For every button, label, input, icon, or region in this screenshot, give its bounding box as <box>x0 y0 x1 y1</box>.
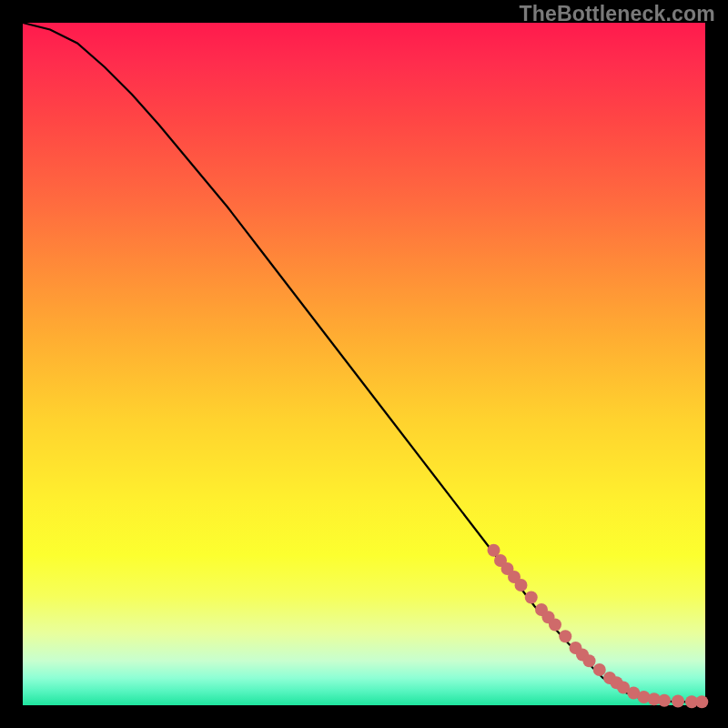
chart-line <box>23 23 705 702</box>
chart-marker <box>593 663 606 676</box>
chart-marker <box>515 579 528 592</box>
chart-markers <box>488 544 709 709</box>
chart-svg <box>23 23 705 705</box>
chart-marker <box>695 695 708 708</box>
chart-marker <box>672 695 684 708</box>
chart-marker <box>549 619 561 632</box>
chart-stage: TheBottleneck.com <box>0 0 728 728</box>
chart-plot-area <box>23 23 705 705</box>
chart-marker <box>559 630 571 642</box>
chart-marker <box>525 592 538 604</box>
chart-marker <box>658 694 671 707</box>
chart-marker <box>583 654 596 667</box>
